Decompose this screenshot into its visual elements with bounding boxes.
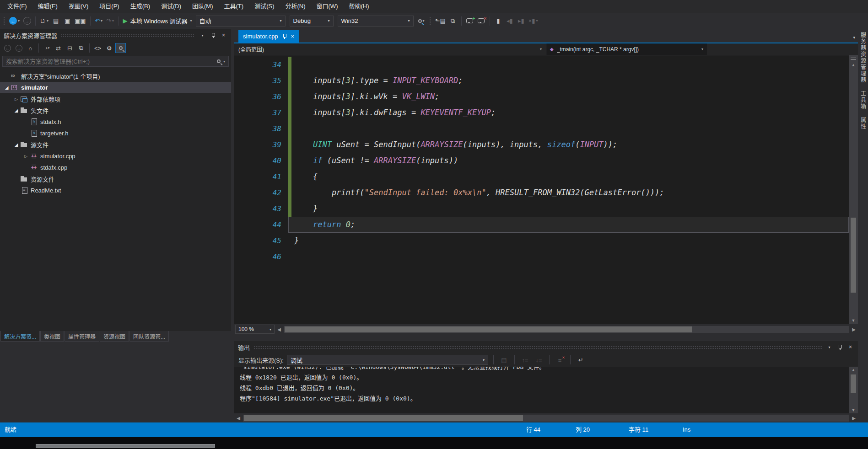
- search-options-dropdown[interactable]: ▾: [223, 59, 225, 64]
- output-source-combo[interactable]: 调试▾: [287, 355, 488, 365]
- document-well-overflow-button[interactable]: ▾: [853, 35, 855, 40]
- scroll-track[interactable]: [243, 415, 849, 422]
- next-bookmark-button[interactable]: ▸▮: [516, 16, 526, 27]
- new-file-button[interactable]: 🗋▾: [39, 16, 49, 27]
- tree-item-source-files-folder[interactable]: ◢源文件: [0, 139, 231, 150]
- goto-previous-message-button[interactable]: ↑≡: [520, 355, 530, 365]
- code-line[interactable]: 42 printf("SendInput failed: 0x%x\n", HR…: [234, 185, 849, 201]
- navigate-forward-button[interactable]: →: [22, 16, 32, 27]
- output-text[interactable]: "simulator.exe"(Win32): 已加载 "C:\Windows\…: [234, 367, 849, 413]
- properties-button[interactable]: ⚙: [104, 43, 114, 53]
- scroll-right-arrow[interactable]: ▶: [851, 416, 857, 421]
- tab-simulator-cpp[interactable]: simulator.cpp ×: [238, 30, 299, 43]
- menu-item[interactable]: 编辑(E): [32, 0, 63, 13]
- back-button[interactable]: ←: [2, 43, 13, 53]
- pending-changes-filter-button[interactable]: ◔▾: [42, 43, 52, 53]
- search-input[interactable]: [6, 58, 214, 65]
- tree-item-targetver-h[interactable]: targetver.h: [0, 128, 231, 139]
- code-line[interactable]: 43 }: [234, 201, 849, 217]
- code-line[interactable]: 46: [234, 249, 849, 265]
- save-button[interactable]: ▣: [62, 16, 72, 27]
- window-position-button[interactable]: ▾: [825, 343, 833, 351]
- tree-item-external-dependencies[interactable]: ▷外部依赖项: [0, 93, 231, 105]
- tree-item-header-files-folder[interactable]: ◢头文件: [0, 105, 231, 116]
- output-vertical-scrollbar[interactable]: ▲ ▼: [849, 367, 858, 413]
- expander-icon[interactable]: ▷: [12, 97, 20, 102]
- navigate-to-button[interactable]: ⬑▤: [434, 16, 447, 27]
- code-line[interactable]: 45}: [234, 233, 849, 249]
- scroll-thumb[interactable]: [285, 326, 692, 332]
- code-line[interactable]: 36 inputs[3].ki.wVk = VK_LWIN;: [234, 89, 849, 105]
- scroll-down-arrow[interactable]: ▼: [852, 407, 856, 413]
- menu-item[interactable]: 文件(F): [2, 0, 32, 13]
- toggle-bookmark-button[interactable]: ▮: [493, 16, 503, 27]
- scroll-up-arrow[interactable]: ▲: [852, 367, 856, 373]
- code-line[interactable]: 38: [234, 121, 849, 137]
- menu-item[interactable]: 生成(B): [125, 0, 156, 13]
- clear-all-button[interactable]: ≡×: [555, 355, 565, 365]
- code-line[interactable]: 34: [234, 57, 849, 73]
- menu-item[interactable]: 窗口(W): [311, 0, 344, 13]
- menu-item[interactable]: 帮助(H): [343, 0, 374, 13]
- scroll-right-arrow[interactable]: ▶: [851, 327, 857, 332]
- navigate-backward-button[interactable]: ←▾: [8, 16, 21, 27]
- configuration-combo[interactable]: Debug▾: [290, 16, 334, 27]
- tree-item-readme-txt[interactable]: ReadMe.txt: [0, 185, 231, 196]
- tree-item-simulator-cpp[interactable]: ▷simulator.cpp: [0, 150, 231, 162]
- scroll-up-arrow[interactable]: ▲: [852, 62, 856, 68]
- tool-window-tab[interactable]: 资源视图: [100, 331, 129, 342]
- menu-item[interactable]: 视图(V): [63, 0, 94, 13]
- types-combo[interactable]: (全局范围) ▾: [234, 43, 546, 55]
- menu-item[interactable]: 调试(D): [156, 0, 187, 13]
- forward-button[interactable]: →: [14, 43, 24, 53]
- copy-parent-button[interactable]: ⧉: [448, 16, 458, 27]
- scroll-thumb[interactable]: [244, 415, 523, 421]
- zoom-combo[interactable]: 100 %▾: [235, 325, 275, 334]
- code-area[interactable]: 3435 inputs[3].type = INPUT_KEYBOARD;36 …: [234, 55, 849, 324]
- tool-window-tab[interactable]: 属性管理器: [65, 331, 99, 342]
- open-file-button[interactable]: ▤: [51, 16, 61, 27]
- toolbar-drag-handle[interactable]: [429, 16, 431, 26]
- tree-item-solution[interactable]: 解决方案"simulator"(1 个项目): [0, 70, 231, 82]
- show-all-files-button[interactable]: ⧉: [76, 43, 86, 53]
- tree-item-stdafx-cpp[interactable]: stdafx.cpp: [0, 162, 231, 173]
- redo-button[interactable]: ↷▾: [105, 16, 115, 27]
- expander-icon[interactable]: ◢: [12, 108, 20, 113]
- split-window-handle[interactable]: [851, 58, 856, 60]
- pin-button[interactable]: [836, 343, 844, 351]
- tree-item-resource-files-folder[interactable]: 资源文件: [0, 173, 231, 185]
- undo-button[interactable]: ↶▾: [94, 16, 104, 27]
- menu-item[interactable]: 分析(N): [280, 0, 311, 13]
- output-horizontal-scrollbar[interactable]: ◀ ▶: [234, 413, 858, 422]
- panel-splitter[interactable]: [234, 335, 858, 341]
- toggle-word-wrap-button[interactable]: ↵: [576, 355, 586, 365]
- tool-window-tab[interactable]: 解决方案资...: [0, 331, 40, 342]
- pin-button[interactable]: [209, 32, 217, 39]
- search-icon[interactable]: [217, 59, 221, 63]
- code-line[interactable]: 44 return 0;: [234, 217, 849, 233]
- code-line[interactable]: 41 {: [234, 169, 849, 185]
- close-tab-icon[interactable]: ×: [291, 33, 295, 40]
- start-debugging-button[interactable]: ▶ 本地 Windows 调试器 ▾: [122, 16, 193, 27]
- close-button[interactable]: ×: [846, 343, 854, 351]
- code-line[interactable]: 35 inputs[3].type = INPUT_KEYBOARD;: [234, 73, 849, 89]
- expander-icon[interactable]: ▷: [22, 154, 30, 159]
- toolbar-drag-handle[interactable]: [3, 16, 5, 26]
- code-editor[interactable]: 3435 inputs[3].type = INPUT_KEYBOARD;36 …: [234, 55, 858, 324]
- scroll-down-arrow[interactable]: ▼: [852, 317, 856, 324]
- menu-item[interactable]: 项目(P): [94, 0, 124, 13]
- add-comment-button[interactable]: +: [465, 16, 475, 27]
- message-options-button[interactable]: ▤: [499, 355, 509, 365]
- scroll-track[interactable]: [284, 326, 849, 333]
- scroll-thumb[interactable]: [851, 374, 856, 393]
- goto-next-message-button[interactable]: ↓≡: [534, 355, 544, 365]
- scroll-left-arrow[interactable]: ◀: [276, 327, 282, 332]
- solution-configurations-combo[interactable]: 自动▾: [196, 16, 286, 27]
- window-position-button[interactable]: ▾: [199, 32, 206, 39]
- menu-item[interactable]: 工具(T): [219, 0, 249, 13]
- scroll-track[interactable]: [849, 373, 858, 407]
- right-dock-tab[interactable]: 属性: [859, 117, 867, 130]
- tree-item-stdafx-h[interactable]: stdafx.h: [0, 116, 231, 128]
- sync-with-active-document-button[interactable]: ⇄: [53, 43, 64, 53]
- members-combo[interactable]: ◆ _tmain(int argc, _TCHAR * argv[]) ▾: [546, 43, 707, 55]
